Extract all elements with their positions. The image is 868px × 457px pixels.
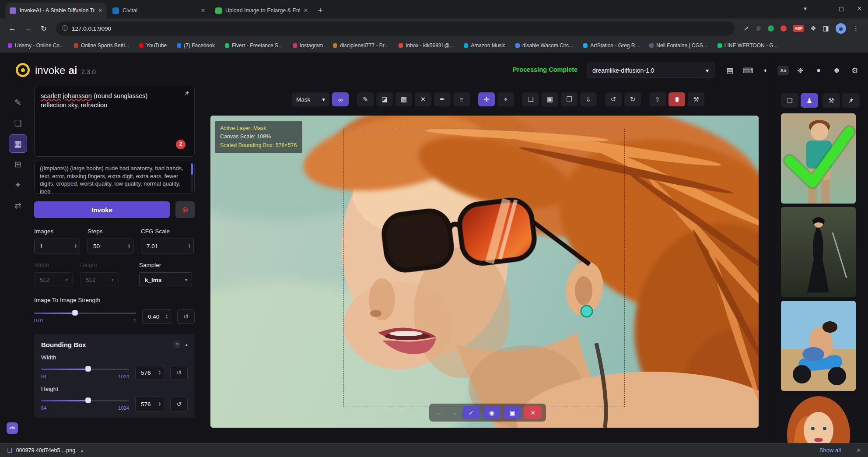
eraser-tool-button[interactable]: ◪ xyxy=(376,92,393,106)
scrollbar-thumb[interactable] xyxy=(191,163,193,175)
gallery-thumbnail[interactable] xyxy=(781,207,856,297)
tab-invokeai[interactable]: InvokeAI - A Stable Diffusion Too ✕ xyxy=(5,3,107,18)
layer-select[interactable]: Mask ▾ xyxy=(292,92,329,106)
sampler-select[interactable]: k_lms ▾ xyxy=(139,272,192,287)
extension-red-icon[interactable] xyxy=(780,25,787,32)
reset-view-button[interactable]: ⌖ xyxy=(497,92,514,106)
close-button[interactable]: ✕ xyxy=(857,5,862,12)
bookmark-amazon-music[interactable]: Amazon Music xyxy=(464,42,505,49)
invoke-button[interactable]: Invoke xyxy=(34,201,170,218)
browser-menu-icon[interactable]: ⋮ xyxy=(853,25,859,32)
help-icon[interactable]: ? xyxy=(173,341,181,348)
bbox-width-stepper[interactable]: 576 ▴▾ xyxy=(135,365,164,380)
save-to-gallery-button[interactable]: ▣ xyxy=(542,92,558,106)
model-manager-icon[interactable]: ▤ xyxy=(723,64,736,77)
canvas-settings-button[interactable]: ⚒ xyxy=(688,92,704,106)
download-filename[interactable]: 000979.40d74eb5....png xyxy=(16,447,76,453)
minimize-button[interactable]: — xyxy=(820,5,826,12)
bookmark-wacom[interactable]: disable Wacom Circ... xyxy=(515,42,573,49)
bbox-width-reset-button[interactable]: ↺ xyxy=(170,365,188,380)
new-tab-button[interactable]: + xyxy=(314,4,327,17)
bookmark-facebook[interactable]: (7) Facebook xyxy=(177,42,215,49)
gallery-settings-button[interactable]: ⚒ xyxy=(822,93,840,108)
brush-tool-button[interactable]: ✎ xyxy=(357,92,374,106)
save-staging-button[interactable]: ▣ xyxy=(504,406,521,419)
discard-staging-button[interactable]: ✕ xyxy=(524,406,542,419)
stepper-down-icon[interactable]: ▾ xyxy=(75,246,77,249)
gallery-pin-button[interactable] xyxy=(842,93,860,108)
bookmark-youtube[interactable]: YouTube xyxy=(139,42,167,49)
clear-mask-button[interactable]: ✕ xyxy=(415,92,431,106)
side-panel-icon[interactable]: ◨ xyxy=(823,25,829,32)
fill-bounding-box-button[interactable]: ▩ xyxy=(396,92,412,106)
stepper-down-icon[interactable]: ▾ xyxy=(166,316,168,319)
tab-search-icon[interactable]: ▾ xyxy=(804,5,807,12)
height-select[interactable]: 512 ▾ xyxy=(80,272,119,287)
bounding-box-selection[interactable] xyxy=(343,129,625,407)
bbox-height-slider[interactable] xyxy=(41,397,129,404)
download-image-button[interactable]: ⇩ xyxy=(580,92,597,106)
gallery-thumbnail[interactable] xyxy=(781,301,856,391)
redo-button[interactable]: ↻ xyxy=(624,92,641,106)
tab-upload-image[interactable]: Upload Image to Enlarge & Enha ✕ xyxy=(211,3,312,18)
bookmark-artstation[interactable]: ArtStation - Greg R... xyxy=(583,42,639,49)
width-select[interactable]: 512 ▾ xyxy=(34,272,73,287)
bookmark-inbox[interactable]: Inbox - klk56831@... xyxy=(399,42,454,49)
stepper-arrows[interactable]: ▴▾ xyxy=(189,243,190,249)
adblock-plus-icon[interactable]: ABP xyxy=(793,25,804,32)
undo-button[interactable]: ↺ xyxy=(605,92,622,106)
bookmark-instagram[interactable]: Instagram xyxy=(293,42,323,49)
theme-icon[interactable]: ◐ xyxy=(760,64,773,77)
strength-stepper[interactable]: 0.40 ▴▾ xyxy=(142,309,171,324)
bookmark-webtoon[interactable]: LINE WEBTOON - G... xyxy=(718,42,778,49)
move-tool-button[interactable]: ✛ xyxy=(478,92,495,106)
steps-stepper[interactable]: 50 ▴▾ xyxy=(88,239,133,253)
stepper-arrows[interactable]: ▴▾ xyxy=(159,370,161,376)
upload-image-button[interactable]: ⇧ xyxy=(649,92,666,106)
reload-button[interactable]: ↻ xyxy=(37,21,51,35)
tab-close-icon[interactable]: ✕ xyxy=(98,7,102,14)
bookmark-discipleneil[interactable]: discipleneil777 - Pr... xyxy=(333,42,388,49)
images-stepper[interactable]: 1 ▴▾ xyxy=(34,239,80,253)
strength-reset-button[interactable]: ↺ xyxy=(177,309,195,324)
tab-unified-canvas[interactable]: ▦ xyxy=(9,134,27,153)
prompt-input[interactable]: scarlett johansson (round sunglasses) re… xyxy=(34,86,195,157)
tab-civitai[interactable]: Civitai ✕ xyxy=(108,3,210,18)
gallery-thumbnail[interactable] xyxy=(781,394,856,443)
tab-image-to-image[interactable]: ❏ xyxy=(9,114,27,132)
extension-green-icon[interactable] xyxy=(768,25,774,32)
next-image-button[interactable]: → xyxy=(448,409,459,416)
stepper-arrows[interactable]: ▴▾ xyxy=(166,314,168,320)
slider-thumb[interactable] xyxy=(85,366,91,372)
forward-button[interactable]: → xyxy=(21,21,35,35)
stepper-arrows[interactable]: ▴▾ xyxy=(159,401,161,407)
brush-options-button[interactable]: ≡ xyxy=(453,92,470,106)
bookmark-neil-fontaine[interactable]: Neil Fontaine | CGS... xyxy=(649,42,707,49)
clear-canvas-button[interactable] xyxy=(668,92,685,106)
bounding-box-header[interactable]: Bounding Box ? ▴ xyxy=(41,341,188,348)
stepper-down-icon[interactable]: ▾ xyxy=(128,246,130,249)
cancel-button[interactable]: ⊗ xyxy=(175,201,195,218)
gallery-person-button[interactable]: ♟ xyxy=(801,93,818,108)
tab-close-icon[interactable]: ✕ xyxy=(304,7,308,14)
slider-thumb[interactable] xyxy=(72,310,78,316)
tab-post-processing[interactable]: ✦ xyxy=(9,176,27,194)
unified-canvas[interactable]: Active Layer: Mask Canvas Scale: 108% Sc… xyxy=(210,116,759,428)
cfg-stepper[interactable]: 7.01 ▴▾ xyxy=(141,239,194,253)
stepper-down-icon[interactable]: ▾ xyxy=(159,404,161,407)
profile-avatar[interactable]: ☻ xyxy=(836,23,846,34)
previous-image-button[interactable]: ← xyxy=(434,409,445,416)
maximize-button[interactable]: ▢ xyxy=(839,5,844,12)
address-bar[interactable]: ⓘ 127.0.0.1:9090 xyxy=(56,21,735,35)
stepper-down-icon[interactable]: ▾ xyxy=(189,246,190,249)
bookmark-sports[interactable]: Online Sports Betti... xyxy=(74,42,129,49)
accept-image-button[interactable]: ✓ xyxy=(462,406,480,419)
bookmark-udemy[interactable]: Udemy - Online Co... xyxy=(8,42,64,49)
stepper-arrows[interactable]: ▴▾ xyxy=(128,243,130,249)
stepper-down-icon[interactable]: ▾ xyxy=(159,373,161,375)
preserve-mask-button[interactable]: ∞ xyxy=(332,92,349,106)
gallery-thumbnail-selected[interactable] xyxy=(781,113,856,204)
color-picker-button[interactable]: ✒ xyxy=(434,92,451,106)
tab-training[interactable]: ⇄ xyxy=(9,196,27,214)
bookmark-fiverr[interactable]: Fiverr - Freelance S... xyxy=(225,42,283,49)
